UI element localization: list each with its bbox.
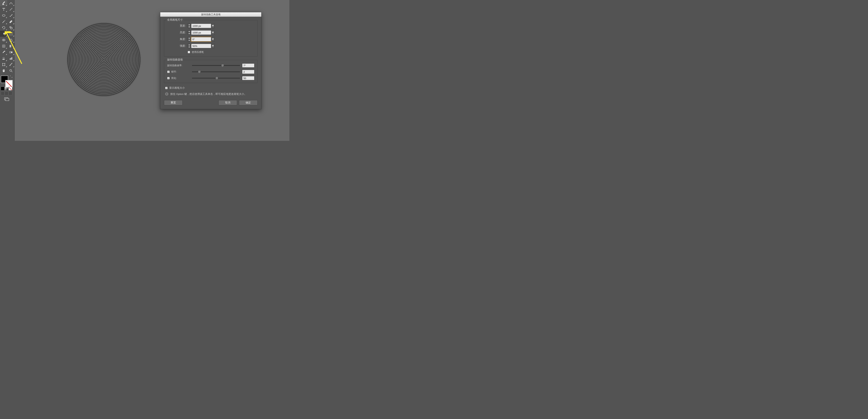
free-transform-tool[interactable] — [7, 31, 14, 37]
add-anchor-tool[interactable] — [7, 0, 14, 6]
swap-icon[interactable] — [10, 75, 13, 78]
stepper-down-icon[interactable] — [188, 33, 191, 35]
line-icon — [9, 7, 13, 11]
angle-row: 角度: — [167, 37, 254, 41]
simplify-value[interactable] — [242, 76, 254, 80]
angle-dropdown[interactable] — [211, 37, 215, 41]
angle-input[interactable] — [191, 37, 211, 41]
pen-icon — [2, 1, 6, 5]
slider-thumb[interactable] — [221, 64, 224, 67]
reset-button[interactable]: 重置 — [164, 100, 183, 105]
hint-text: 按住 Option 键，然后使用该工具单击，即可相应地更改画笔大小。 — [170, 92, 247, 96]
detail-checkbox[interactable] — [167, 70, 170, 73]
rate-slider[interactable] — [192, 65, 240, 66]
height-dropdown[interactable] — [211, 30, 215, 35]
artwork-sphere — [67, 22, 141, 97]
shape-builder-icon — [2, 38, 6, 42]
intensity-dropdown[interactable] — [211, 44, 215, 48]
pen-tool[interactable] — [0, 0, 7, 6]
button-row: 重置 取消 确定 — [164, 100, 257, 105]
zoom-icon — [9, 69, 13, 72]
detail-row: 细节: — [167, 70, 254, 74]
eraser-tool[interactable] — [7, 19, 14, 25]
global-brush-group: 全局画笔尺寸 宽度: 高度: 角度: — [164, 20, 257, 57]
simplify-label: 简化: — [171, 76, 177, 80]
stepper-up-icon[interactable] — [188, 44, 191, 46]
eyedropper-icon — [2, 51, 6, 54]
line-tool[interactable] — [7, 6, 14, 12]
slider-thumb[interactable] — [198, 70, 200, 73]
warp-tool[interactable] — [7, 37, 14, 43]
hand-tool[interactable] — [0, 68, 7, 74]
detail-slider[interactable] — [192, 71, 240, 72]
simplify-checkbox[interactable] — [167, 77, 170, 79]
stepper-down-icon[interactable] — [188, 39, 191, 41]
fill-none[interactable] — [8, 87, 12, 90]
dialog-titlebar[interactable]: 旋转扭曲工具选项 — [160, 12, 261, 17]
width-dropdown[interactable] — [211, 24, 215, 28]
tool-grid — [0, 0, 14, 74]
ellipse-icon — [2, 13, 6, 17]
angle-stepper[interactable] — [188, 37, 191, 41]
stepper-up-icon[interactable] — [188, 24, 191, 26]
stepper-up-icon[interactable] — [188, 30, 191, 33]
width-tool[interactable] — [0, 37, 7, 43]
svg-rect-12 — [9, 51, 11, 53]
color-swatches[interactable] — [0, 75, 14, 86]
graph-tool[interactable] — [7, 43, 14, 49]
reflect-tool[interactable] — [7, 25, 14, 31]
pressure-row: 使用压感笔 — [167, 51, 254, 54]
width-input[interactable] — [191, 24, 211, 28]
twirl-options-dialog: 旋转扭曲工具选项 全局画笔尺寸 宽度: 高度: 角度: — [160, 12, 261, 109]
svg-point-17 — [3, 58, 3, 59]
svg-rect-18 — [2, 59, 5, 60]
ok-button[interactable]: 确定 — [239, 100, 257, 105]
draw-inside[interactable] — [8, 92, 12, 95]
cancel-button[interactable]: 取消 — [218, 100, 237, 105]
slice-tool[interactable] — [7, 61, 14, 68]
gradient-tool[interactable] — [7, 49, 14, 55]
paintbrush-tool[interactable] — [7, 12, 14, 19]
draw-normal[interactable] — [1, 92, 4, 95]
stepper-up-icon[interactable] — [188, 37, 191, 39]
svg-rect-21 — [11, 57, 12, 60]
stepper-down-icon[interactable] — [188, 26, 191, 28]
screen-mode[interactable] — [0, 97, 14, 102]
slider-thumb[interactable] — [216, 77, 218, 79]
brush-icon — [9, 13, 13, 17]
zoom-tool[interactable] — [7, 68, 14, 74]
detail-value[interactable] — [242, 70, 254, 74]
svg-rect-3 — [10, 33, 12, 35]
simplify-slider[interactable] — [192, 78, 240, 78]
mesh-icon — [2, 44, 6, 48]
width-stepper[interactable] — [188, 24, 191, 28]
fill-solid[interactable] — [1, 87, 4, 90]
height-label: 高度: — [167, 31, 188, 34]
show-brush-checkbox[interactable] — [165, 87, 168, 89]
show-brush-label: 显示画笔大小 — [169, 86, 185, 90]
artboard-tool[interactable] — [0, 61, 7, 68]
rate-value[interactable] — [242, 63, 254, 68]
width-row: 宽度: — [167, 24, 254, 28]
column-graph-tool[interactable] — [7, 55, 14, 61]
twirl-tool[interactable] — [0, 31, 7, 37]
intensity-stepper[interactable] — [188, 44, 191, 48]
height-stepper[interactable] — [188, 30, 191, 35]
symbol-sprayer-tool[interactable] — [0, 55, 7, 61]
gradient-icon — [9, 44, 13, 48]
ellipse-tool[interactable] — [0, 12, 7, 19]
shape-builder-tool[interactable] — [0, 43, 7, 49]
pressure-checkbox[interactable] — [188, 51, 190, 54]
spray-icon — [2, 57, 6, 60]
type-tool[interactable] — [0, 6, 7, 12]
pencil-tool[interactable] — [0, 19, 7, 25]
stepper-down-icon[interactable] — [188, 46, 191, 48]
height-input[interactable] — [191, 30, 211, 35]
draw-behind[interactable] — [5, 92, 8, 95]
eyedropper-tool[interactable] — [0, 49, 7, 55]
dialog-title: 旋转扭曲工具选项 — [201, 13, 220, 16]
stroke-swatch[interactable] — [5, 80, 13, 88]
intensity-input[interactable] — [191, 44, 211, 48]
global-brush-legend: 全局画笔尺寸 — [166, 18, 184, 22]
rotate-tool[interactable] — [0, 25, 7, 31]
